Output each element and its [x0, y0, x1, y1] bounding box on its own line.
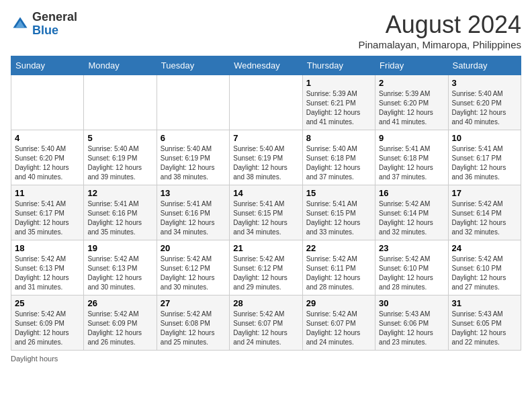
- day-info: Sunrise: 5:40 AM Sunset: 6:18 PM Dayligh…: [306, 144, 371, 182]
- calendar-cell: 18Sunrise: 5:42 AM Sunset: 6:13 PM Dayli…: [11, 240, 84, 295]
- title-block: August 2024 Pinamalayan, Mimaropa, Phili…: [358, 11, 521, 50]
- day-number: 29: [306, 298, 371, 308]
- day-info: Sunrise: 5:40 AM Sunset: 6:19 PM Dayligh…: [161, 144, 226, 182]
- day-info: Sunrise: 5:42 AM Sunset: 6:14 PM Dayligh…: [452, 199, 517, 237]
- calendar-cell: 4Sunrise: 5:40 AM Sunset: 6:20 PM Daylig…: [11, 130, 84, 185]
- day-info: Sunrise: 5:42 AM Sunset: 6:12 PM Dayligh…: [233, 255, 298, 292]
- calendar-cell: 25Sunrise: 5:42 AM Sunset: 6:09 PM Dayli…: [11, 295, 84, 351]
- day-number: 13: [161, 188, 226, 198]
- day-info: Sunrise: 5:41 AM Sunset: 6:15 PM Dayligh…: [233, 199, 298, 237]
- day-number: 8: [306, 133, 371, 143]
- day-number: 17: [452, 188, 517, 198]
- day-number: 30: [379, 298, 444, 308]
- day-number: 28: [233, 298, 298, 308]
- calendar-cell: 1Sunrise: 5:39 AM Sunset: 6:21 PM Daylig…: [302, 75, 375, 130]
- calendar-cell: 24Sunrise: 5:42 AM Sunset: 6:10 PM Dayli…: [448, 240, 521, 295]
- day-number: 24: [452, 243, 517, 253]
- logo-text: General Blue: [32, 11, 77, 38]
- day-number: 27: [161, 298, 226, 308]
- day-info: Sunrise: 5:41 AM Sunset: 6:15 PM Dayligh…: [306, 199, 371, 237]
- day-number: 15: [306, 188, 371, 198]
- calendar-cell: 20Sunrise: 5:42 AM Sunset: 6:12 PM Dayli…: [157, 240, 229, 295]
- calendar-cell: 6Sunrise: 5:40 AM Sunset: 6:19 PM Daylig…: [157, 130, 229, 185]
- day-info: Sunrise: 5:42 AM Sunset: 6:12 PM Dayligh…: [161, 255, 226, 292]
- calendar-cell: [157, 75, 229, 130]
- day-info: Sunrise: 5:40 AM Sunset: 6:19 PM Dayligh…: [87, 144, 152, 182]
- weekday-header-tuesday: Tuesday: [157, 56, 229, 75]
- day-info: Sunrise: 5:42 AM Sunset: 6:10 PM Dayligh…: [379, 255, 444, 292]
- day-number: 3: [452, 78, 517, 88]
- day-number: 2: [379, 78, 444, 88]
- calendar-cell: 27Sunrise: 5:42 AM Sunset: 6:08 PM Dayli…: [157, 295, 229, 351]
- day-info: Sunrise: 5:39 AM Sunset: 6:21 PM Dayligh…: [306, 89, 371, 127]
- day-number: 7: [233, 133, 298, 143]
- day-info: Sunrise: 5:42 AM Sunset: 6:09 PM Dayligh…: [87, 310, 152, 347]
- day-info: Sunrise: 5:41 AM Sunset: 6:17 PM Dayligh…: [15, 199, 80, 237]
- calendar-cell: 30Sunrise: 5:43 AM Sunset: 6:06 PM Dayli…: [375, 295, 448, 351]
- calendar-cell: [84, 75, 157, 130]
- calendar-title: August 2024: [358, 11, 521, 39]
- calendar-cell: [230, 75, 302, 130]
- day-number: 12: [87, 188, 152, 198]
- calendar-cell: 17Sunrise: 5:42 AM Sunset: 6:14 PM Dayli…: [448, 185, 521, 240]
- day-info: Sunrise: 5:42 AM Sunset: 6:14 PM Dayligh…: [379, 199, 444, 237]
- calendar-cell: 26Sunrise: 5:42 AM Sunset: 6:09 PM Dayli…: [84, 295, 157, 351]
- calendar-cell: 11Sunrise: 5:41 AM Sunset: 6:17 PM Dayli…: [11, 185, 84, 240]
- day-number: 10: [452, 133, 517, 143]
- calendar-cell: 5Sunrise: 5:40 AM Sunset: 6:19 PM Daylig…: [84, 130, 157, 185]
- day-info: Sunrise: 5:42 AM Sunset: 6:13 PM Dayligh…: [87, 255, 152, 292]
- day-info: Sunrise: 5:42 AM Sunset: 6:10 PM Dayligh…: [452, 255, 517, 292]
- weekday-header-wednesday: Wednesday: [230, 56, 302, 75]
- day-number: 18: [15, 243, 80, 253]
- weekday-header-sunday: Sunday: [11, 56, 84, 75]
- day-number: 5: [87, 133, 152, 143]
- calendar-cell: 21Sunrise: 5:42 AM Sunset: 6:12 PM Dayli…: [230, 240, 302, 295]
- day-info: Sunrise: 5:41 AM Sunset: 6:18 PM Dayligh…: [379, 144, 444, 182]
- calendar-cell: 7Sunrise: 5:40 AM Sunset: 6:19 PM Daylig…: [230, 130, 302, 185]
- calendar-cell: 16Sunrise: 5:42 AM Sunset: 6:14 PM Dayli…: [375, 185, 448, 240]
- calendar-cell: 3Sunrise: 5:40 AM Sunset: 6:20 PM Daylig…: [448, 75, 521, 130]
- calendar-table: SundayMondayTuesdayWednesdayThursdayFrid…: [11, 56, 521, 351]
- calendar-cell: 8Sunrise: 5:40 AM Sunset: 6:18 PM Daylig…: [302, 130, 375, 185]
- calendar-cell: 10Sunrise: 5:41 AM Sunset: 6:17 PM Dayli…: [448, 130, 521, 185]
- calendar-cell: 9Sunrise: 5:41 AM Sunset: 6:18 PM Daylig…: [375, 130, 448, 185]
- calendar-cell: 2Sunrise: 5:39 AM Sunset: 6:20 PM Daylig…: [375, 75, 448, 130]
- day-number: 26: [87, 298, 152, 308]
- day-info: Sunrise: 5:39 AM Sunset: 6:20 PM Dayligh…: [379, 89, 444, 127]
- calendar-cell: 13Sunrise: 5:41 AM Sunset: 6:16 PM Dayli…: [157, 185, 229, 240]
- day-number: 23: [379, 243, 444, 253]
- day-info: Sunrise: 5:42 AM Sunset: 6:07 PM Dayligh…: [306, 310, 371, 347]
- day-number: 25: [15, 298, 80, 308]
- day-number: 20: [161, 243, 226, 253]
- day-info: Sunrise: 5:43 AM Sunset: 6:06 PM Dayligh…: [379, 310, 444, 347]
- day-number: 9: [379, 133, 444, 143]
- weekday-header-saturday: Saturday: [448, 56, 521, 75]
- calendar-cell: 12Sunrise: 5:41 AM Sunset: 6:16 PM Dayli…: [84, 185, 157, 240]
- day-info: Sunrise: 5:42 AM Sunset: 6:11 PM Dayligh…: [306, 255, 371, 292]
- day-info: Sunrise: 5:41 AM Sunset: 6:16 PM Dayligh…: [87, 199, 152, 237]
- day-info: Sunrise: 5:40 AM Sunset: 6:20 PM Dayligh…: [452, 89, 517, 127]
- logo-icon: [11, 15, 30, 34]
- calendar-cell: 23Sunrise: 5:42 AM Sunset: 6:10 PM Dayli…: [375, 240, 448, 295]
- logo: General Blue: [11, 11, 77, 38]
- day-number: 16: [379, 188, 444, 198]
- day-info: Sunrise: 5:42 AM Sunset: 6:08 PM Dayligh…: [161, 310, 226, 347]
- calendar-cell: 15Sunrise: 5:41 AM Sunset: 6:15 PM Dayli…: [302, 185, 375, 240]
- weekday-header-monday: Monday: [84, 56, 157, 75]
- footer-daylight: Daylight hours: [11, 355, 521, 363]
- calendar-cell: 28Sunrise: 5:42 AM Sunset: 6:07 PM Dayli…: [230, 295, 302, 351]
- calendar-cell: [11, 75, 84, 130]
- day-number: 1: [306, 78, 371, 88]
- day-number: 11: [15, 188, 80, 198]
- day-number: 22: [306, 243, 371, 253]
- day-number: 31: [452, 298, 517, 308]
- day-info: Sunrise: 5:40 AM Sunset: 6:20 PM Dayligh…: [15, 144, 80, 182]
- day-number: 14: [233, 188, 298, 198]
- day-info: Sunrise: 5:43 AM Sunset: 6:05 PM Dayligh…: [452, 310, 517, 347]
- calendar-cell: 19Sunrise: 5:42 AM Sunset: 6:13 PM Dayli…: [84, 240, 157, 295]
- calendar-subtitle: Pinamalayan, Mimaropa, Philippines: [358, 39, 521, 50]
- weekday-header-thursday: Thursday: [302, 56, 375, 75]
- calendar-cell: 31Sunrise: 5:43 AM Sunset: 6:05 PM Dayli…: [448, 295, 521, 351]
- weekday-header-friday: Friday: [375, 56, 448, 75]
- page-header: General Blue August 2024 Pinamalayan, Mi…: [11, 11, 521, 50]
